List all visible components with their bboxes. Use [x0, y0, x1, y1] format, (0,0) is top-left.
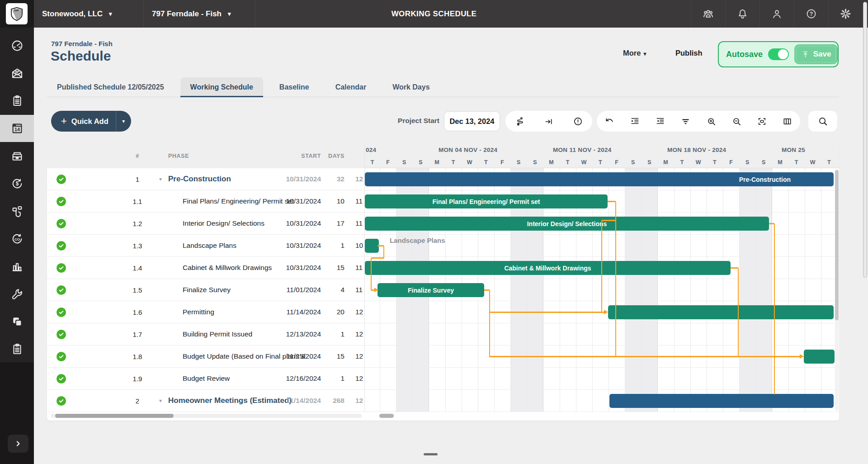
start-date[interactable]: 12/13/2024	[278, 323, 321, 345]
publish-button[interactable]: Publish	[675, 49, 703, 57]
start-date[interactable]: 11/01/2024	[278, 279, 321, 301]
days-value[interactable]: 1	[324, 235, 344, 256]
gantt-bar[interactable]: Pre-Construction	[365, 172, 834, 186]
days-value[interactable]: 1	[324, 368, 344, 389]
company-logo[interactable]: SW	[6, 3, 28, 24]
quick-add-button[interactable]: + Quick Add ▾	[51, 111, 131, 132]
phase-name[interactable]: Pre-Construction	[168, 168, 231, 190]
gantt-scrollbar-thumb[interactable]	[835, 170, 839, 320]
sidebar-item-templates[interactable]	[0, 308, 34, 335]
start-date[interactable]: 10/31/2024	[278, 190, 321, 212]
phase-name[interactable]: Building Permit Issued	[183, 323, 252, 345]
gantt-bar[interactable]	[608, 305, 834, 319]
phase-name[interactable]: Budget Review	[183, 368, 230, 389]
status-check-icon[interactable]	[57, 308, 66, 317]
tab-baseline[interactable]: Baseline	[269, 77, 319, 97]
gantt-bar[interactable]: Cabinet & Millwork Drawings	[365, 261, 731, 275]
status-check-icon[interactable]	[57, 330, 66, 339]
sidebar-item-daily-logs[interactable]	[0, 336, 34, 363]
gantt-bar[interactable]	[365, 239, 379, 253]
start-date[interactable]: 12/16/2024	[278, 368, 321, 389]
sidebar-item-todos[interactable]	[0, 87, 34, 114]
start-date[interactable]: 10/31/2024	[278, 235, 321, 256]
start-date[interactable]: 11/25/2024	[278, 346, 321, 367]
table-horizontal-scrollbar[interactable]	[51, 414, 362, 418]
start-date[interactable]: 10/31/2024	[278, 257, 321, 279]
col-header-start[interactable]: START	[278, 144, 321, 168]
table-row[interactable]: 1.2Interior Design/ Selections10/31/2024…	[47, 213, 364, 235]
days-value[interactable]: 15	[324, 257, 344, 279]
table-row[interactable]: 1.4Cabinet & Millwork Drawings10/31/2024…	[47, 257, 364, 279]
gantt-bar[interactable]	[609, 394, 834, 408]
days-value[interactable]: 4	[324, 279, 344, 301]
company-dropdown[interactable]: Stonewood, LLC ▾	[34, 0, 144, 28]
save-button[interactable]: Save	[794, 44, 838, 64]
autosave-toggle[interactable]	[768, 48, 789, 60]
table-row[interactable]: 1▾Pre-Construction10/31/20243212	[47, 168, 364, 190]
filter-icon[interactable]	[676, 111, 696, 131]
table-row[interactable]: 2▾Homeowner Meetings (Estimated)11/14/20…	[47, 390, 364, 412]
table-row[interactable]: 1.5Finalize Survey11/01/2024411	[47, 279, 364, 301]
gantt-bar[interactable]: Finalize Survey	[377, 283, 484, 297]
tab-work-days[interactable]: Work Days	[382, 77, 439, 97]
table-row[interactable]: 1.8Budget Update (Based on Final plans &…	[47, 346, 364, 368]
table-scrollbar-thumb[interactable]	[55, 414, 174, 418]
status-check-icon[interactable]	[57, 197, 66, 206]
team-icon[interactable]	[691, 0, 725, 28]
table-row[interactable]: 1.9Budget Review12/16/2024112	[47, 368, 364, 390]
search-button[interactable]	[808, 111, 837, 132]
window-scrollbar-thumb[interactable]	[863, 2, 867, 278]
col-header-phase[interactable]: PHASE	[168, 144, 189, 168]
days-value[interactable]: 17	[324, 213, 344, 234]
tab-calendar[interactable]: Calendar	[326, 77, 376, 97]
start-date[interactable]: 10/31/2024	[278, 213, 321, 234]
table-row[interactable]: 1.6Permitting11/14/20242012	[47, 301, 364, 323]
status-check-icon[interactable]	[57, 263, 66, 273]
sidebar-item-messages[interactable]	[0, 60, 34, 87]
status-check-icon[interactable]	[57, 396, 66, 406]
tab-published-schedule-12-05-2025[interactable]: Published Schedule 12/05/2025	[47, 77, 174, 97]
sidebar-item-dashboard[interactable]	[0, 32, 34, 59]
undo-icon[interactable]	[599, 111, 619, 131]
phase-name[interactable]: Finalize Survey	[183, 279, 231, 301]
status-check-icon[interactable]	[57, 241, 66, 251]
days-value[interactable]: 10	[324, 190, 344, 212]
collapse-caret-icon[interactable]: ▾	[159, 168, 162, 190]
jump-to-icon[interactable]	[539, 111, 559, 131]
status-check-icon[interactable]	[57, 219, 66, 228]
chevron-down-icon[interactable]: ▾	[116, 118, 131, 124]
gantt-bar[interactable]: Interior Design/ Selections	[365, 217, 769, 231]
drag-handle[interactable]	[424, 453, 438, 455]
table-row[interactable]: 1.3Landscape Plans10/31/2024110	[47, 235, 364, 257]
days-value[interactable]: 1	[324, 323, 344, 345]
phase-name[interactable]: Permitting	[183, 301, 214, 323]
phase-name[interactable]: Landscape Plans	[183, 235, 236, 256]
sidebar-item-reports[interactable]	[0, 253, 34, 280]
phase-name[interactable]: Interior Design/ Selections	[183, 213, 264, 234]
project-dropdown[interactable]: 797 Ferndale - Fish ▾	[144, 0, 255, 28]
window-scrollbar[interactable]	[863, 0, 868, 464]
sidebar-expand-button[interactable]	[8, 435, 28, 453]
col-header-days[interactable]: DAYS	[324, 144, 344, 168]
days-value[interactable]: 20	[324, 301, 344, 323]
table-row[interactable]: 1.7Building Permit Issued12/13/2024112	[47, 323, 364, 346]
gantt-horizontal-scrollbar-thumb[interactable]	[379, 414, 394, 418]
days-value[interactable]: 32	[324, 168, 344, 190]
zoom-in-icon[interactable]	[701, 111, 721, 131]
account-icon[interactable]	[760, 0, 794, 28]
alert-circle-icon[interactable]	[568, 111, 588, 131]
sidebar-item-change-orders[interactable]: CO	[0, 225, 34, 252]
help-icon[interactable]: ?	[794, 0, 828, 28]
tab-working-schedule[interactable]: Working Schedule	[180, 77, 263, 97]
status-check-icon[interactable]	[57, 285, 66, 295]
collapse-caret-icon[interactable]: ▾	[159, 390, 162, 412]
indent-icon[interactable]	[625, 111, 645, 131]
days-value[interactable]: 268	[324, 390, 344, 412]
gantt-bar[interactable]: Final Plans/ Engineering/ Permit set	[365, 194, 608, 208]
phase-name[interactable]: Homeowner Meetings (Estimated)	[168, 390, 292, 412]
start-date[interactable]: 11/14/2024	[278, 301, 321, 323]
gantt-bar[interactable]	[804, 350, 835, 364]
columns-icon[interactable]	[778, 111, 797, 131]
sidebar-item-schedule[interactable]: 14	[0, 115, 34, 142]
sidebar-item-documents[interactable]	[0, 142, 34, 170]
